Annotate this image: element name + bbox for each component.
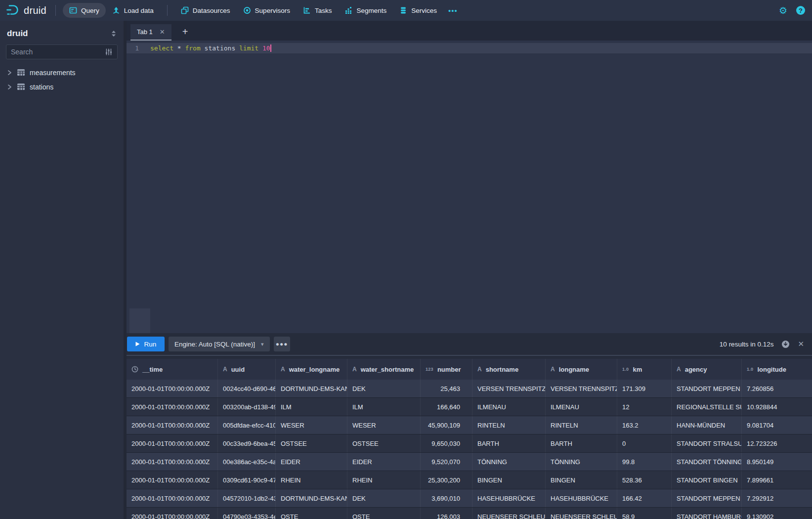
table-cell[interactable]: 04790e03-4353-4e80-be [218,508,276,519]
search-input[interactable] [11,48,105,56]
table-cell[interactable]: 7.260856 [742,380,812,397]
nav-item-services[interactable]: Services [393,3,443,18]
druid-logo[interactable]: druid [6,4,48,17]
double-caret-icon[interactable] [111,30,117,37]
table-cell[interactable]: OSTSEE [276,434,347,452]
table-cell[interactable]: DEK [347,489,421,507]
table-cell[interactable]: ILMENAU [546,398,617,416]
table-cell[interactable]: STANDORT TÖNNING [672,453,742,471]
table-cell[interactable]: 163.2 [617,416,672,434]
filter-sliders-icon[interactable] [105,48,113,56]
table-cell[interactable]: 2000-01-01T00:00:00.000Z [127,508,218,519]
table-cell[interactable]: DORTMUND-EMS-KANAL [276,380,347,397]
sql-editor[interactable]: 1 select * from stations limit 10 [127,41,812,333]
table-cell[interactable]: 7.899661 [742,471,812,489]
nav-item-tasks[interactable]: Tasks [297,3,339,18]
table-cell[interactable]: 9.130902 [742,508,812,519]
table-cell[interactable]: STANDORT MEPPEN [672,489,742,507]
table-cell[interactable]: DEK [347,380,421,397]
table-cell[interactable]: RHEIN [276,471,347,489]
table-cell[interactable]: WESER [276,416,347,434]
table-cell[interactable]: DORTMUND-EMS-KANAL [276,489,347,507]
table-cell[interactable]: 2000-01-01T00:00:00.000Z [127,434,218,452]
table-cell[interactable]: 00c33ed9-6bea-45b4-87 [218,434,276,452]
table-cell[interactable]: RINTELN [472,416,546,434]
table-cell[interactable]: 2000-01-01T00:00:00.000Z [127,416,218,434]
table-cell[interactable]: STANDORT BINGEN [672,471,742,489]
table-cell[interactable]: 9.081704 [742,416,812,434]
table-cell[interactable]: WESER [347,416,421,434]
engine-select[interactable]: Engine: Auto [SQL (native)] ▾ [169,337,270,351]
table-cell[interactable]: EIDER [276,453,347,471]
header-cell-water_shortname[interactable]: Awater_shortname [347,359,421,380]
table-cell[interactable]: 10.928844 [742,398,812,416]
header-cell-longname[interactable]: Alongname [546,359,617,380]
table-cell[interactable]: 166,640 [421,398,472,416]
query-more-button[interactable]: ●●● [274,337,290,351]
table-cell[interactable]: TÖNNING [546,453,617,471]
settings-gear-icon[interactable]: ⚙ [779,6,787,15]
table-cell[interactable]: OSTSEE [347,434,421,452]
help-icon[interactable]: ? [796,6,805,15]
header-cell-uuid[interactable]: Auuid [218,359,276,380]
header-cell-km[interactable]: 1.0km [617,359,672,380]
chevron-right-icon[interactable] [6,70,12,76]
header-cell-number[interactable]: 123number [421,359,472,380]
table-cell[interactable]: VERSEN TRENNSPITZE [546,380,617,397]
tree-item-stations[interactable]: stations [0,80,124,94]
table-cell[interactable]: 2000-01-01T00:00:00.000Z [127,453,218,471]
table-cell[interactable]: 25,300,200 [421,471,472,489]
table-cell[interactable]: RINTELN [546,416,617,434]
table-cell[interactable]: REGIONALSTELLE SUHL [672,398,742,416]
table-cell[interactable]: RHEIN [347,471,421,489]
tree-item-measurements[interactable]: measurements [0,65,124,80]
nav-more-button[interactable]: ••• [443,3,463,18]
add-tab-button[interactable]: + [178,26,192,41]
table-cell[interactable]: STANDORT MEPPEN [672,380,742,397]
table-cell[interactable]: NEUENSEER SCHLEUSEN [546,508,617,519]
table-cell[interactable]: 003200ab-d138-49d9-aa [218,398,276,416]
table-cell[interactable]: ILMENAU [472,398,546,416]
table-cell[interactable]: VERSEN TRENNSPITZE [472,380,546,397]
table-cell[interactable]: NEUENSEER SCHLEUSEN [472,508,546,519]
table-cell[interactable]: 45,900,109 [421,416,472,434]
table-cell[interactable]: STANDORT STRALSUND [672,434,742,452]
header-cell-longitude[interactable]: 1.0longitude [742,359,812,380]
table-cell[interactable]: 7.292912 [742,489,812,507]
table-cell[interactable]: 2000-01-01T00:00:00.000Z [127,471,218,489]
table-cell[interactable]: 04572010-1db2-4338-85 [218,489,276,507]
table-cell[interactable]: HANN-MÜNDEN [672,416,742,434]
table-cell[interactable]: 12.723226 [742,434,812,452]
run-button[interactable]: Run [127,337,165,351]
download-results-icon[interactable] [781,340,790,348]
nav-item-segments[interactable]: Segments [338,3,393,18]
table-cell[interactable]: 166.42 [617,489,672,507]
table-cell[interactable]: STANDORT HAMBURG [672,508,742,519]
table-cell[interactable]: 00e386ac-e35c-4a6e-80 [218,453,276,471]
table-cell[interactable]: BARTH [472,434,546,452]
table-cell[interactable]: 3,690,010 [421,489,472,507]
table-cell[interactable]: 25,463 [421,380,472,397]
table-cell[interactable]: 2000-01-01T00:00:00.000Z [127,489,218,507]
nav-item-query[interactable]: Query [63,3,106,18]
table-cell[interactable]: 9,650,030 [421,434,472,452]
table-cell[interactable]: HASEHUBBRÜCKE [472,489,546,507]
header-cell-__time[interactable]: __time [127,359,218,380]
table-cell[interactable]: 2000-01-01T00:00:00.000Z [127,380,218,397]
nav-item-load-data[interactable]: Load data [106,3,160,18]
table-cell[interactable]: OSTE [276,508,347,519]
table-cell[interactable]: TÖNNING [472,453,546,471]
nav-item-supervisors[interactable]: Supervisors [237,3,297,18]
table-cell[interactable]: 0024cc40-d690-468d-84 [218,380,276,397]
chevron-right-icon[interactable] [6,84,12,90]
table-cell[interactable]: BARTH [546,434,617,452]
table-cell[interactable]: BINGEN [546,471,617,489]
table-cell[interactable]: OSTE [347,508,421,519]
table-cell[interactable]: 0 [617,434,672,452]
table-cell[interactable]: 99.8 [617,453,672,471]
table-cell[interactable]: 2000-01-01T00:00:00.000Z [127,398,218,416]
table-cell[interactable]: 005dfdae-efcc-410a-bf1 [218,416,276,434]
tab-query-1[interactable]: Tab 1 ✕ [130,24,171,41]
editor-scrollbar-thumb[interactable] [129,308,150,333]
table-cell[interactable]: 58.9 [617,508,672,519]
